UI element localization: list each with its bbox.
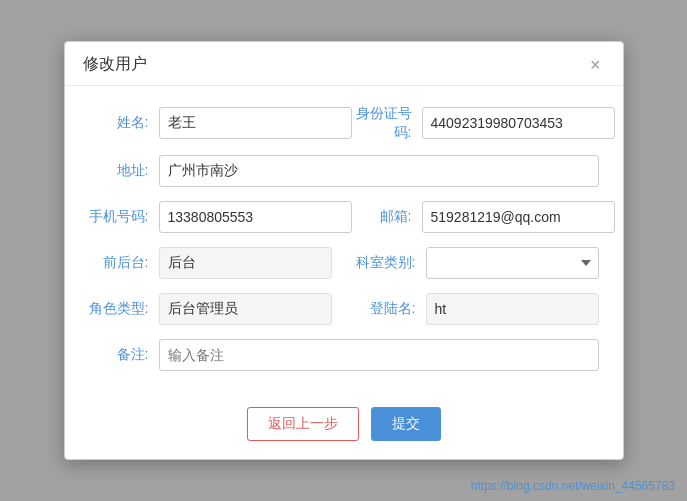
email-label: 邮箱: xyxy=(352,207,412,227)
email-input[interactable] xyxy=(422,201,615,233)
frontend-label: 前后台: xyxy=(89,253,149,273)
name-label: 姓名: xyxy=(89,113,149,133)
form-row-note: 备注: xyxy=(89,339,599,371)
note-input[interactable] xyxy=(159,339,599,371)
dialog-footer: 返回上一步 提交 xyxy=(65,397,623,459)
login-label: 登陆名: xyxy=(356,299,416,319)
close-button[interactable]: × xyxy=(586,56,605,74)
form-group-email: 邮箱: xyxy=(352,201,615,233)
form-group-name: 姓名: xyxy=(89,107,352,139)
form-row-phone-email: 手机号码: 邮箱: xyxy=(89,201,599,233)
form-group-dept: 科室类别: xyxy=(356,247,599,279)
phone-input[interactable] xyxy=(159,201,352,233)
form-group-frontend: 前后台: 后台 xyxy=(89,247,332,279)
form-group-login: 登陆名: ht xyxy=(356,293,599,325)
role-static: 后台管理员 xyxy=(159,293,332,325)
dept-select-wrapper xyxy=(426,247,599,279)
submit-button[interactable]: 提交 xyxy=(371,407,441,441)
address-label: 地址: xyxy=(89,161,149,181)
form-group-phone: 手机号码: xyxy=(89,201,352,233)
form-row-name-id: 姓名: 身份证号 码: xyxy=(89,104,599,140)
id-input[interactable] xyxy=(422,107,615,139)
form-group-id: 身份证号 码: xyxy=(352,104,615,140)
back-button[interactable]: 返回上一步 xyxy=(247,407,359,441)
form-row-role-login: 角色类型: 后台管理员 登陆名: ht xyxy=(89,293,599,325)
dialog-body: 姓名: 身份证号 码: 地址: 手机号码: xyxy=(65,86,623,396)
phone-label: 手机号码: xyxy=(89,207,149,227)
login-static: ht xyxy=(426,293,599,325)
form-row-frontend-dept: 前后台: 后台 科室类别: xyxy=(89,247,599,279)
form-row-address: 地址: xyxy=(89,155,599,187)
form-group-address: 地址: xyxy=(89,155,599,187)
dept-select[interactable] xyxy=(426,247,599,279)
dialog-header: 修改用户 × xyxy=(65,42,623,86)
dialog-title: 修改用户 xyxy=(83,54,147,75)
frontend-static: 后台 xyxy=(159,247,332,279)
dept-label: 科室类别: xyxy=(356,253,416,273)
id-label: 身份证号 码: xyxy=(352,104,412,140)
form-group-role: 角色类型: 后台管理员 xyxy=(89,293,332,325)
bottom-link[interactable]: https://blog.csdn.net/weixin_44565783 xyxy=(471,479,675,493)
role-label: 角色类型: xyxy=(89,299,149,319)
note-label: 备注: xyxy=(89,345,149,365)
name-input[interactable] xyxy=(159,107,352,139)
dialog: 修改用户 × 姓名: 身份证号 码: 地址: xyxy=(64,41,624,459)
form-group-note: 备注: xyxy=(89,339,599,371)
address-input[interactable] xyxy=(159,155,599,187)
